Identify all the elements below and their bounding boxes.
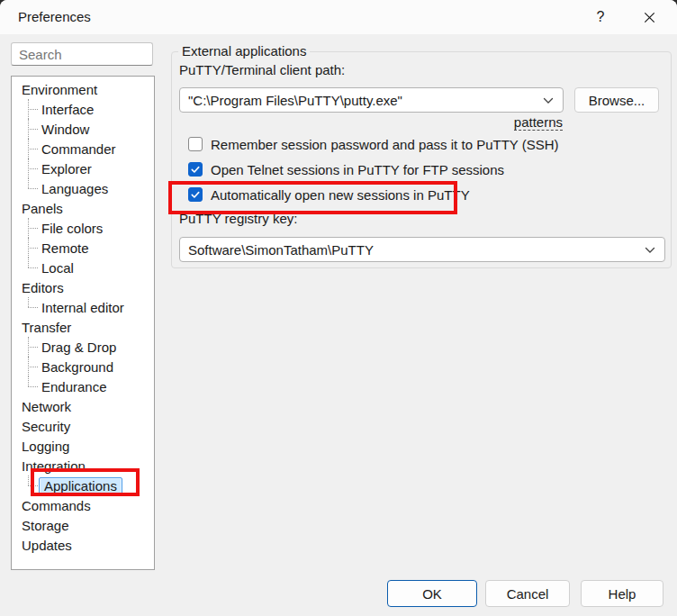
checkbox-unchecked[interactable]: [188, 137, 203, 151]
registry-key-label: PuTTY registry key:: [179, 211, 297, 226]
preferences-dialog: Preferences ? EnvironmentInterfaceWindow…: [0, 0, 677, 616]
chevron-down-icon: [645, 247, 655, 254]
chevron-down-icon: [543, 97, 554, 104]
tree-item-label: Updates: [19, 538, 75, 553]
tree-connector: [24, 357, 39, 376]
tree-item[interactable]: Commander: [12, 139, 154, 159]
tree-connector: [24, 139, 39, 159]
checkbox-label[interactable]: Automatically open new sessions in PuTTY: [211, 187, 470, 203]
checkbox-label[interactable]: Open Telnet sessions in PuTTY for FTP se…: [211, 162, 504, 177]
tree-item-label: Integration: [19, 458, 88, 474]
tree-item-label: Remote: [39, 240, 92, 256]
tree-item-label: Local: [39, 260, 77, 276]
tree-item-label: Environment: [19, 82, 100, 97]
checkmark-icon: [190, 189, 201, 200]
checkbox-row: Open Telnet sessions in PuTTY for FTP se…: [188, 160, 656, 178]
group-title: External applications: [178, 43, 310, 59]
tree-item[interactable]: Environment: [12, 79, 154, 99]
tree-item[interactable]: Background: [12, 357, 154, 376]
tree-item-label: Panels: [19, 201, 66, 216]
tree-item[interactable]: Window: [12, 119, 154, 139]
patterns-link[interactable]: patterns: [514, 114, 563, 131]
tree-item[interactable]: Internal editor: [12, 297, 154, 317]
tree-item[interactable]: Drag & Drop: [12, 337, 154, 357]
tree-item[interactable]: Explorer: [12, 159, 154, 178]
tree-item-label: Explorer: [39, 161, 95, 177]
tree-item-label: Security: [19, 419, 73, 434]
tree-item-label: Window: [39, 122, 92, 137]
help-titlebar-button[interactable]: ?: [580, 0, 621, 34]
browse-button[interactable]: Browse...: [574, 87, 659, 113]
tree-item-label: Endurance: [39, 379, 110, 394]
tree-item[interactable]: Languages: [12, 178, 154, 198]
tree-item-label: Editors: [19, 280, 67, 295]
tree-connector: [24, 297, 39, 317]
external-applications-group: External applications PuTTY/Terminal cli…: [171, 51, 672, 268]
tree-item[interactable]: Network: [12, 396, 154, 416]
checkbox-row: Remember session password and pass it to…: [188, 135, 656, 153]
cancel-button[interactable]: Cancel: [485, 580, 570, 607]
tree-item[interactable]: Transfer: [12, 317, 154, 337]
tree-connector: [24, 159, 39, 178]
settings-tree: EnvironmentInterfaceWindowCommanderExplo…: [11, 76, 155, 570]
checkbox-label[interactable]: Remember session password and pass it to…: [211, 137, 559, 152]
tree-item-label: Commands: [19, 498, 94, 513]
putty-path-value: "C:\Program Files\PuTTY\putty.exe": [188, 93, 402, 108]
checkbox-row: Automatically open new sessions in PuTTY: [188, 186, 656, 204]
tree-item[interactable]: Commands: [12, 495, 154, 515]
registry-key-combobox[interactable]: Software\SimonTatham\PuTTY: [179, 237, 665, 262]
checkbox-checked[interactable]: [188, 162, 203, 177]
tree-item[interactable]: Endurance: [12, 376, 154, 396]
tree-item-label: File colors: [39, 221, 105, 236]
tree-item[interactable]: Local: [12, 258, 154, 277]
tree-item[interactable]: Updates: [12, 535, 154, 555]
help-button[interactable]: Help: [581, 580, 663, 607]
tree-item-label-selected: Applications: [39, 477, 122, 494]
putty-path-label: PuTTY/Terminal client path:: [179, 62, 345, 77]
window-title: Preferences: [18, 9, 91, 24]
tree-item-label: Internal editor: [39, 300, 127, 315]
tree-item[interactable]: Editors: [12, 277, 154, 297]
tree-connector: [24, 99, 39, 119]
tree-item-label: Transfer: [19, 320, 74, 335]
tree-item[interactable]: Security: [12, 416, 154, 436]
tree-item[interactable]: Integration: [12, 456, 154, 476]
tree-item-label: Storage: [19, 518, 72, 533]
checkbox-group: Remember session password and pass it to…: [188, 135, 656, 211]
tree-item[interactable]: Logging: [12, 436, 154, 456]
checkbox-checked[interactable]: [188, 187, 203, 202]
registry-key-value: Software\SimonTatham\PuTTY: [188, 242, 374, 258]
search-input[interactable]: [11, 42, 153, 66]
tree-connector: [24, 238, 39, 258]
tree-item-label: Drag & Drop: [39, 340, 119, 355]
tree-item-label: Commander: [39, 141, 119, 157]
tree-item[interactable]: Applications: [12, 476, 154, 495]
ok-button[interactable]: OK: [387, 580, 477, 607]
titlebar: Preferences ?: [0, 0, 677, 34]
tree-connector: [24, 476, 39, 495]
checkmark-icon: [190, 164, 201, 175]
tree-item-label: Logging: [19, 439, 72, 454]
tree-item-label: Languages: [39, 181, 111, 196]
close-button[interactable]: [628, 0, 670, 34]
tree-item[interactable]: File colors: [12, 218, 154, 238]
tree-connector: [24, 337, 39, 357]
tree-connector: [24, 178, 39, 198]
putty-path-combobox[interactable]: "C:\Program Files\PuTTY\putty.exe": [179, 87, 564, 113]
tree-connector: [24, 218, 39, 238]
tree-item-label: Interface: [39, 102, 96, 117]
tree-connector: [24, 258, 39, 277]
tree-item[interactable]: Interface: [12, 99, 154, 119]
tree-item[interactable]: Storage: [12, 515, 154, 535]
close-icon: [644, 12, 655, 23]
tree-item-label: Network: [19, 399, 74, 414]
tree-item-label: Background: [39, 359, 116, 375]
tree-connector: [24, 376, 39, 396]
tree-connector: [24, 119, 39, 139]
tree-item[interactable]: Remote: [12, 238, 154, 258]
tree-item[interactable]: Panels: [12, 198, 154, 218]
